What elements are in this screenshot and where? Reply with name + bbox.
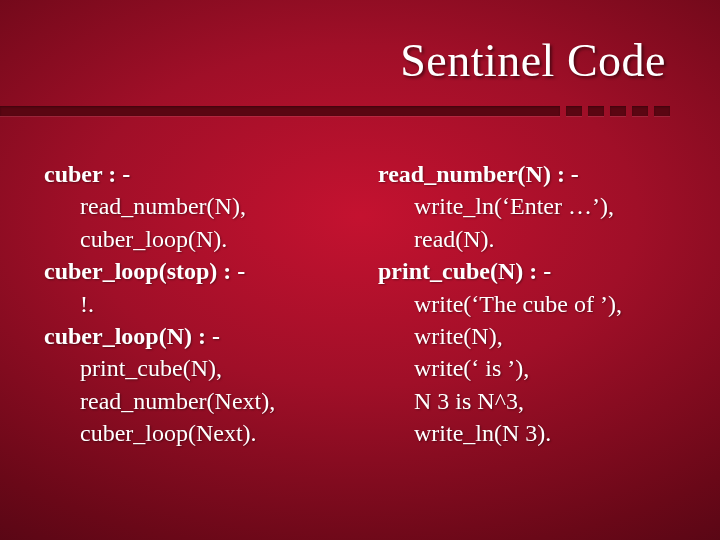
code-line: read_number(Next), [44, 385, 342, 417]
code-line: write(‘ is ’), [378, 352, 676, 384]
bar-segment [654, 106, 670, 116]
code-line: print_cube(N) : - [378, 255, 676, 287]
left-column: cuber : - read_number(N), cuber_loop(N).… [44, 158, 342, 450]
code-line: N 3 is N^3, [378, 385, 676, 417]
content-columns: cuber : - read_number(N), cuber_loop(N).… [44, 158, 676, 450]
bar-segment [588, 106, 604, 116]
code-line: cuber_loop(N) : - [44, 320, 342, 352]
code-line: cuber_loop(N). [44, 223, 342, 255]
code-line: write_ln(N 3). [378, 417, 676, 449]
bar-main [0, 106, 560, 116]
page-title: Sentinel Code [400, 34, 666, 87]
bar-segment [566, 106, 582, 116]
code-line: read(N). [378, 223, 676, 255]
code-line: print_cube(N), [44, 352, 342, 384]
slide: Sentinel Code cuber : - read_number(N), … [0, 0, 720, 540]
bar-segment [610, 106, 626, 116]
code-line: !. [44, 288, 342, 320]
code-line: read_number(N), [44, 190, 342, 222]
code-line: cuber : - [44, 158, 342, 190]
right-column: read_number(N) : - write_ln(‘Enter …’), … [378, 158, 676, 450]
code-line: read_number(N) : - [378, 158, 676, 190]
code-line: write_ln(‘Enter …’), [378, 190, 676, 222]
code-line: cuber_loop(stop) : - [44, 255, 342, 287]
code-line: write(‘The cube of ’), [378, 288, 676, 320]
code-line: write(N), [378, 320, 676, 352]
code-line: cuber_loop(Next). [44, 417, 342, 449]
bar-segment [632, 106, 648, 116]
decorative-bar [0, 102, 720, 120]
